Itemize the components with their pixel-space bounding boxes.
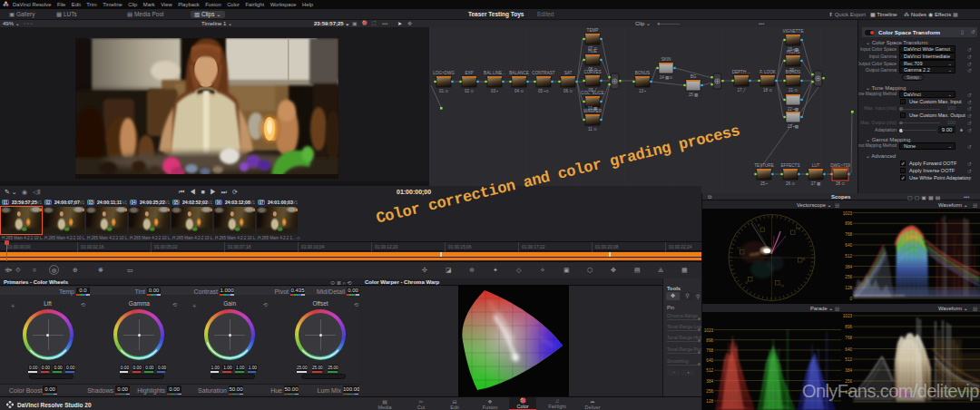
svg-text:CONTRAST: CONTRAST	[532, 71, 554, 75]
svg-text:384: 384	[706, 379, 713, 384]
svg-text:Yl: Yl	[738, 247, 740, 250]
svg-text:512: 512	[845, 357, 852, 362]
svg-text:896: 896	[706, 338, 713, 343]
svg-text:1023: 1023	[704, 328, 714, 333]
svg-text:08 ⊙: 08 ⊙	[588, 67, 597, 72]
svg-text:VIGNETTE: VIGNETTE	[783, 29, 804, 34]
svg-text:F. LOOK: F. LOOK	[760, 70, 777, 74]
svg-text:15 ▩: 15 ▩	[689, 93, 699, 97]
svg-text:BONUS: BONUS	[635, 71, 650, 75]
svg-text:17 ╱: 17 ╱	[737, 87, 745, 93]
svg-text:SAT: SAT	[564, 71, 573, 75]
svg-text:896: 896	[845, 325, 852, 329]
svg-text:384: 384	[845, 368, 852, 373]
svg-text:B: B	[803, 258, 805, 261]
svg-text:TEXTURE: TEXTURE	[754, 163, 773, 168]
svg-text:256: 256	[706, 389, 713, 394]
svg-text:128: 128	[706, 399, 713, 404]
svg-text:EXP: EXP	[465, 71, 473, 75]
svg-text:10 ▦: 10 ▦	[588, 106, 598, 111]
svg-text:07 ⊙: 07 ⊙	[588, 46, 597, 51]
svg-text:TEMP: TEMP	[587, 28, 599, 33]
svg-text:LOG>DWG: LOG>DWG	[433, 71, 455, 75]
svg-text:DWG>709: DWG>709	[830, 163, 850, 168]
svg-text:640: 640	[706, 358, 713, 363]
svg-text:512: 512	[845, 254, 852, 259]
svg-text:26 ⊙: 26 ⊙	[786, 181, 795, 186]
svg-text:06 ⊙: 06 ⊙	[564, 89, 573, 93]
svg-text:128: 128	[845, 286, 852, 290]
svg-text:512: 512	[706, 368, 713, 373]
svg-text:27 ▦: 27 ▦	[811, 181, 821, 186]
svg-text:LUT: LUT	[812, 163, 820, 168]
svg-text:21 ⊙: 21 ⊙	[789, 88, 798, 93]
svg-text:768: 768	[706, 348, 713, 353]
svg-text:BALANCE: BALANCE	[509, 71, 528, 75]
svg-text:Cy: Cy	[780, 284, 784, 288]
svg-text:1023: 1023	[843, 314, 853, 318]
svg-text:640: 640	[845, 243, 852, 248]
svg-text:SKIN: SKIN	[662, 57, 671, 62]
svg-text:03 ▪: 03 ▪	[491, 89, 498, 93]
svg-text:384: 384	[845, 265, 852, 269]
svg-text:01 ⊙: 01 ⊙	[439, 89, 448, 93]
svg-text:05 ▪⊙: 05 ▪⊙	[538, 89, 549, 93]
svg-text:18 ⊙: 18 ⊙	[763, 88, 772, 93]
svg-text:11 ⊙: 11 ⊙	[588, 127, 597, 132]
svg-text:02 ⊙: 02 ⊙	[465, 89, 474, 93]
svg-text:768: 768	[845, 232, 852, 237]
svg-text:20 ▪: 20 ▪	[789, 68, 797, 73]
svg-text:768: 768	[845, 336, 852, 340]
svg-text:0: 0	[849, 297, 852, 301]
svg-text:13 ▪: 13 ▪	[639, 89, 646, 93]
svg-text:256: 256	[845, 275, 852, 279]
svg-text:BAL LINE...: BAL LINE...	[484, 71, 505, 75]
svg-text:04 ⊙: 04 ⊙	[514, 89, 524, 93]
svg-text:14 ▦⊙: 14 ▦⊙	[660, 75, 673, 80]
svg-text:896: 896	[845, 221, 852, 226]
svg-text:DEPTH ...: DEPTH ...	[732, 70, 751, 74]
svg-text:28 ⊙: 28 ⊙	[836, 181, 845, 186]
svg-text:BG: BG	[691, 74, 697, 79]
svg-text:09 ╱: 09 ╱	[588, 87, 596, 93]
svg-text:1023: 1023	[843, 211, 853, 216]
svg-text:19 ▪▩: 19 ▪▩	[788, 47, 799, 52]
svg-text:Mg: Mg	[796, 227, 800, 230]
svg-text:EFFECTS: EFFECTS	[781, 163, 800, 168]
svg-text:25 ▪: 25 ▪	[760, 181, 768, 186]
svg-text:640: 640	[845, 347, 852, 352]
